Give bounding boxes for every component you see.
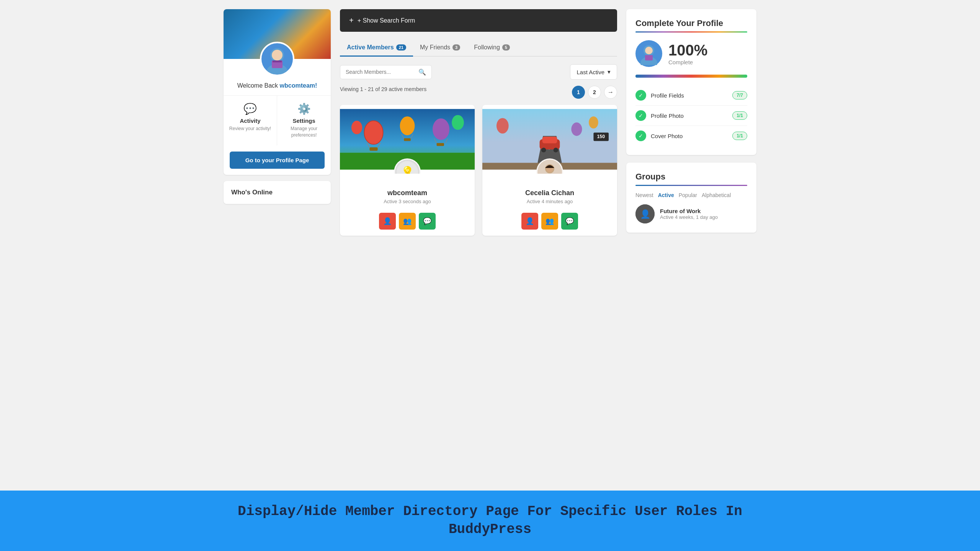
- tab-badge-1: 3: [452, 44, 460, 51]
- tab-badge-0: 21: [396, 44, 406, 51]
- chevron-down-icon: ▾: [608, 68, 611, 75]
- member-profile-button-2[interactable]: 👤: [521, 213, 538, 230]
- members-grid: 💡 wbcomteam Active 3 seconds ago 👤 👥: [340, 105, 617, 236]
- member-message-button-2[interactable]: 💬: [561, 213, 578, 230]
- groups-divider: [635, 185, 747, 186]
- whos-online-section: Who's Online: [224, 181, 331, 204]
- member-name-1: wbcomteam: [346, 189, 469, 197]
- member-group-button-2[interactable]: 👥: [541, 213, 558, 230]
- member-group-button-1[interactable]: 👥: [399, 213, 416, 230]
- settings-icon: ⚙️: [297, 103, 311, 115]
- svg-text:👤: 👤: [640, 209, 651, 219]
- profile-photo-row: ✓ Profile Photo 1/1: [635, 106, 747, 126]
- svg-point-16: [433, 118, 449, 140]
- members-controls: 🔍 Last Active ▾: [340, 64, 617, 80]
- group-item: 👤 Future of Work Active 4 weeks, 1 day a…: [635, 204, 747, 223]
- member-cover-1: 💡: [340, 105, 475, 174]
- pagination: 1 2 →: [572, 86, 617, 99]
- member-avatar-2: [536, 158, 563, 174]
- check-icon-2: ✓: [635, 110, 646, 121]
- activity-icon: 💬: [243, 103, 257, 115]
- viewing-info: Viewing 1 - 21 of 29 active members: [340, 86, 426, 92]
- svg-rect-15: [404, 138, 411, 141]
- svg-rect-4: [273, 60, 282, 62]
- field-left-1: ✓ Profile Fields: [635, 90, 684, 101]
- member-profile-button-1[interactable]: 👤: [379, 213, 396, 230]
- banner-text-2: BuddyPress: [12, 521, 968, 539]
- page-1-button[interactable]: 1: [572, 86, 585, 99]
- group-filter-active[interactable]: Active: [658, 192, 674, 198]
- member-actions-1: 👤 👥 💬: [340, 209, 475, 236]
- viewing-row: Viewing 1 - 21 of 29 active members 1 2 …: [340, 86, 617, 99]
- activity-desc: Review your activity!: [229, 126, 271, 132]
- member-card: 💡 wbcomteam Active 3 seconds ago 👤 👥: [340, 105, 475, 236]
- svg-rect-29: [542, 137, 557, 143]
- svg-rect-19: [437, 143, 444, 146]
- page-wrapper: Welcome Back wbcomteam! 💬 Activity Revie…: [0, 0, 980, 551]
- member-avatar-wrap-1: 💡: [394, 158, 421, 174]
- search-input[interactable]: [346, 69, 415, 75]
- settings-title: Settings: [292, 117, 315, 124]
- complete-profile-title: Complete Your Profile: [635, 18, 747, 28]
- profile-actions: 💬 Activity Review your activity! ⚙️ Sett…: [224, 95, 331, 145]
- whos-online-title: Who's Online: [231, 189, 323, 196]
- member-active-1: Active 3 seconds ago: [346, 199, 469, 204]
- member-name-2: Cecelia Cichan: [488, 189, 611, 197]
- member-message-button-1[interactable]: 💬: [419, 213, 436, 230]
- banner-text-1: Display/Hide Member Directory Page For S…: [12, 503, 968, 521]
- field-name-2: Profile Photo: [651, 112, 684, 119]
- group-avatar: 👤: [635, 204, 655, 223]
- tab-label-2: Following: [474, 44, 500, 51]
- groups-title: Groups: [635, 172, 747, 182]
- search-input-wrap[interactable]: 🔍: [340, 65, 432, 79]
- show-search-form-bar[interactable]: + + Show Search Form: [340, 9, 617, 32]
- group-filter-newest[interactable]: Newest: [635, 192, 653, 198]
- svg-text:💡: 💡: [401, 166, 414, 174]
- go-to-profile-button[interactable]: Go to your Profile Page: [230, 152, 325, 169]
- svg-rect-11: [369, 147, 377, 151]
- search-icon[interactable]: 🔍: [418, 68, 426, 76]
- svg-point-33: [589, 116, 598, 129]
- tab-following[interactable]: Following 5: [467, 39, 517, 57]
- left-sidebar: Welcome Back wbcomteam! 💬 Activity Revie…: [224, 9, 331, 236]
- settings-action[interactable]: ⚙️ Settings Manage your preferences!: [277, 96, 331, 145]
- avatar-wrap: [224, 42, 331, 76]
- tabs-row: Active Members 21My Friends 3Following 5: [340, 39, 617, 57]
- svg-point-30: [541, 148, 546, 152]
- svg-point-42: [645, 47, 653, 54]
- settings-desc: Manage your preferences!: [280, 126, 328, 139]
- sort-dropdown[interactable]: Last Active ▾: [570, 64, 617, 80]
- progress-fill: [635, 75, 747, 78]
- main-content: Welcome Back wbcomteam! 💬 Activity Revie…: [214, 0, 766, 245]
- complete-profile-card: Complete Your Profile 100% Complete: [626, 9, 756, 155]
- group-filter-popular[interactable]: Popular: [679, 192, 697, 198]
- tab-active-members[interactable]: Active Members 21: [340, 39, 413, 57]
- sort-label: Last Active: [577, 69, 604, 75]
- page-2-button[interactable]: 2: [588, 86, 601, 99]
- group-avatar-img: 👤: [635, 204, 655, 223]
- activity-action[interactable]: 💬 Activity Review your activity!: [224, 96, 277, 145]
- profile-card: Welcome Back wbcomteam! 💬 Activity Revie…: [224, 9, 331, 175]
- complete-label: Complete: [668, 59, 707, 65]
- member-avatar-wrap-2: [536, 158, 563, 174]
- member-card-2: 150: [482, 105, 617, 236]
- cover-photo-row: ✓ Cover Photo 1/1: [635, 126, 747, 146]
- next-page-button[interactable]: →: [604, 86, 617, 99]
- profile-fields-row: ✓ Profile Fields 7/7: [635, 85, 747, 106]
- svg-point-20: [452, 115, 464, 130]
- group-info-active: Active 4 weeks, 1 day ago: [660, 214, 718, 220]
- svg-rect-43: [645, 55, 653, 60]
- search-bar-label: + Show Search Form: [358, 17, 415, 24]
- group-info: Future of Work Active 4 weeks, 1 day ago: [660, 208, 718, 220]
- group-filter-alphabetical[interactable]: Alphabetical: [702, 192, 731, 198]
- svg-text:150: 150: [597, 134, 605, 139]
- plus-icon: +: [349, 16, 354, 25]
- tab-my-friends[interactable]: My Friends 3: [413, 39, 467, 57]
- svg-point-34: [571, 122, 582, 136]
- member-cover-2: 150: [482, 105, 617, 174]
- member-avatar-1: 💡: [394, 158, 421, 174]
- tab-label-1: My Friends: [420, 44, 450, 51]
- progress-bar: [635, 75, 747, 78]
- field-badge-2: 1/1: [732, 111, 747, 120]
- svg-point-12: [400, 116, 415, 135]
